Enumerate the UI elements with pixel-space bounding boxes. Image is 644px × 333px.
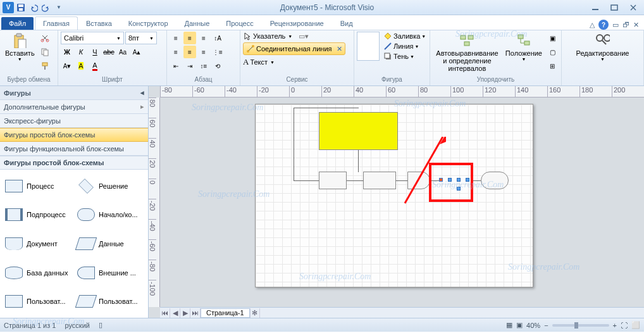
tab-view[interactable]: Вид	[332, 16, 361, 30]
line-button[interactable]: Линия▼	[383, 42, 426, 51]
minimize-button[interactable]	[590, 3, 601, 12]
orientation-icon[interactable]: ↕A	[211, 32, 224, 44]
font-size-combo[interactable]: 8пт▼	[125, 32, 157, 44]
page-first-icon[interactable]: ⏮	[160, 308, 170, 318]
align-center-icon[interactable]: ≡	[183, 46, 196, 58]
page-last-icon[interactable]: ⏭	[190, 308, 201, 318]
align-left-icon[interactable]: ≡	[170, 46, 182, 58]
font-name-combo[interactable]: Calibri▼	[61, 32, 124, 44]
zoom-out-icon[interactable]: −	[544, 322, 548, 329]
save-icon[interactable]	[15, 2, 27, 13]
shape-custom1[interactable]: Пользоват...	[3, 287, 73, 315]
bring-front-icon[interactable]: ▣	[546, 32, 559, 44]
shape-terminator[interactable]: Начало/ко...	[75, 201, 146, 229]
align-middle-icon[interactable]: ≡	[183, 32, 196, 44]
fill-button[interactable]: Заливка▼	[383, 32, 426, 41]
text-tool[interactable]: A Текст ▼	[243, 57, 345, 67]
shapes-cat-quick[interactable]: Экспресс-фигуры	[0, 114, 148, 128]
page-prev-icon[interactable]: ◀	[170, 308, 180, 318]
indent-dec-icon[interactable]: ⇤	[170, 60, 182, 72]
page-next-icon[interactable]: ▶	[180, 308, 190, 318]
tab-process[interactable]: Процесс	[218, 16, 261, 30]
shadow-button[interactable]: Тень▼	[383, 52, 426, 61]
page-tab-1[interactable]: Страница-1	[201, 308, 250, 318]
tab-data[interactable]: Данные	[176, 16, 218, 30]
drawing-page[interactable]	[255, 104, 533, 287]
shape-document[interactable]: Документ	[3, 230, 73, 258]
connector-tool[interactable]: Соединительная линия ✕	[243, 42, 345, 55]
redo-icon[interactable]	[40, 2, 52, 13]
status-record-icon[interactable]: ▯	[99, 321, 102, 329]
shapes-cat-more[interactable]: Дополнительные фигуры▸	[0, 100, 148, 114]
send-back-icon[interactable]: ▢	[546, 46, 559, 58]
help-icon[interactable]: ?	[598, 20, 609, 30]
close-button[interactable]	[628, 3, 639, 12]
underline-icon[interactable]: Ч	[89, 46, 101, 58]
delete-connector-icon[interactable]: ✕	[337, 45, 342, 53]
copy-icon[interactable]	[39, 46, 51, 58]
tab-insert[interactable]: Вставка	[78, 16, 120, 30]
diagram-box-2[interactable]	[363, 172, 396, 189]
zoom-slider[interactable]	[552, 324, 609, 327]
bullets-icon[interactable]: ⋮≡	[211, 46, 224, 58]
align-right-icon[interactable]: ≡	[197, 46, 210, 58]
font-shrink-icon[interactable]: A▾	[61, 60, 73, 72]
view-full-icon[interactable]: ▣	[516, 321, 523, 329]
position-button[interactable]: Положение▼	[503, 32, 545, 63]
tab-design[interactable]: Конструктор	[120, 16, 176, 30]
shapes-collapse-icon[interactable]: ◂	[140, 89, 144, 97]
fit-page-icon[interactable]: ⛶	[621, 322, 628, 329]
cut-icon[interactable]	[39, 32, 51, 44]
strike-icon[interactable]: abc	[102, 46, 115, 58]
bold-icon[interactable]: Ж	[61, 46, 73, 58]
find-button[interactable]: Редактирование▼	[574, 32, 632, 63]
shape-subprocess[interactable]: Подпроцесс	[3, 201, 73, 229]
doc-restore-icon[interactable]: 🗗	[622, 21, 629, 28]
font-grow-icon[interactable]: A▴	[130, 46, 143, 58]
shape-data[interactable]: Данные	[75, 230, 146, 258]
diagram-terminator[interactable]	[481, 172, 509, 189]
tab-home[interactable]: Главная	[35, 16, 78, 30]
align-bottom-icon[interactable]: ≡	[197, 32, 210, 44]
case-icon[interactable]: Aa	[116, 46, 129, 58]
diagram-box-1[interactable]	[319, 172, 347, 189]
undo-icon[interactable]	[28, 2, 39, 13]
align-top-icon[interactable]: ≡	[170, 32, 182, 44]
maximize-button[interactable]	[609, 3, 620, 12]
diagram-yellow-rect[interactable]	[319, 112, 398, 150]
pointer-tool[interactable]: Указатель ▼ ▭▾	[243, 32, 345, 41]
full-screen-icon[interactable]: ⬜	[631, 321, 640, 329]
group-icon[interactable]: ⊞	[546, 60, 559, 72]
paste-button[interactable]: Вставить ▼	[3, 32, 37, 63]
italic-icon[interactable]: К	[75, 46, 87, 58]
rect-tool-icon[interactable]: ▭▾	[299, 32, 309, 41]
shape-external[interactable]: Внешние ...	[75, 259, 146, 287]
shape-database[interactable]: База данных	[3, 259, 73, 287]
zoom-value[interactable]: 40%	[526, 322, 540, 329]
page-add-icon[interactable]: ✻	[250, 308, 260, 318]
view-normal-icon[interactable]: ▦	[506, 321, 512, 329]
status-language[interactable]: русский	[65, 322, 89, 329]
tab-review[interactable]: Рецензирование	[262, 16, 332, 30]
file-tab[interactable]: Файл	[1, 17, 34, 30]
shape-decision[interactable]: Решение	[75, 172, 146, 200]
shape-process[interactable]: Процесс	[3, 172, 73, 200]
font-color-icon[interactable]: A	[89, 60, 101, 72]
zoom-in-icon[interactable]: +	[613, 322, 617, 329]
highlight-icon[interactable]: A	[75, 60, 87, 72]
doc-minimize-icon[interactable]: ▭	[612, 21, 619, 29]
format-painter-icon[interactable]	[39, 60, 51, 72]
line-spacing-icon[interactable]: ↕≡	[197, 60, 210, 72]
doc-close-icon[interactable]: ✕	[633, 21, 639, 29]
shapes-cat-functional-flowchart[interactable]: Фигуры функциональной блок-схемы	[0, 142, 148, 156]
auto-align-button[interactable]: Автовыравнивание и определение интервало…	[433, 32, 502, 73]
shape-custom2[interactable]: Пользоват...	[75, 287, 146, 315]
qat-dropdown-icon[interactable]: ▼	[53, 2, 65, 13]
shapes-cat-basic-flowchart[interactable]: Фигуры простой блок-схемы	[0, 128, 148, 142]
ribbon-collapse-icon[interactable]: △	[590, 21, 595, 29]
diagram-box-3[interactable]	[407, 172, 430, 189]
canvas[interactable]: Soringpcrepair.Com Soringpcrepair.Com So…	[160, 97, 644, 307]
shape-style-gallery[interactable]	[357, 32, 380, 61]
indent-inc-icon[interactable]: ⇥	[183, 60, 196, 72]
rotate-text-icon[interactable]: ⟲	[211, 60, 224, 72]
